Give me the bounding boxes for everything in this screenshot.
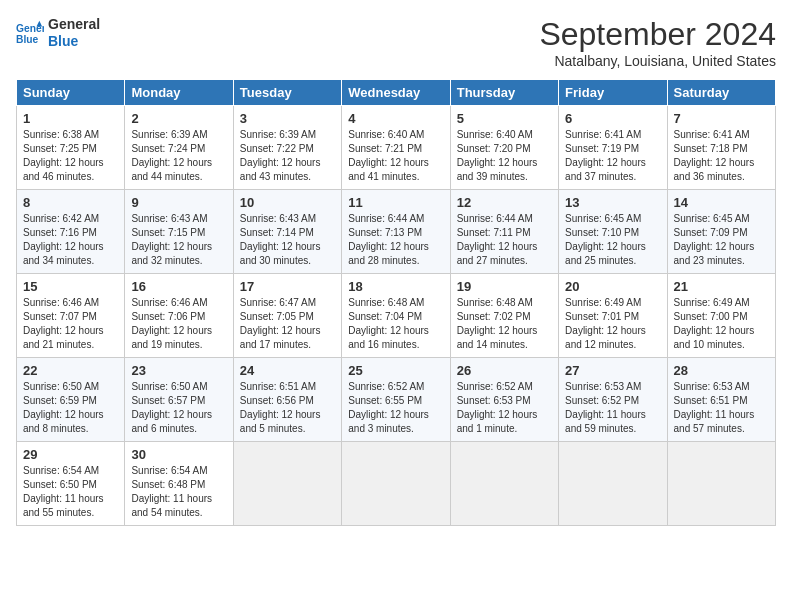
day-number: 24	[240, 363, 335, 378]
table-row	[667, 442, 775, 526]
table-row: 14 Sunrise: 6:45 AMSunset: 7:09 PMDaylig…	[667, 190, 775, 274]
day-info: Sunrise: 6:50 AMSunset: 6:59 PMDaylight:…	[23, 381, 104, 434]
day-info: Sunrise: 6:46 AMSunset: 7:07 PMDaylight:…	[23, 297, 104, 350]
table-row: 27 Sunrise: 6:53 AMSunset: 6:52 PMDaylig…	[559, 358, 667, 442]
calendar-week-row: 29 Sunrise: 6:54 AMSunset: 6:50 PMDaylig…	[17, 442, 776, 526]
table-row: 3 Sunrise: 6:39 AMSunset: 7:22 PMDayligh…	[233, 106, 341, 190]
table-row: 20 Sunrise: 6:49 AMSunset: 7:01 PMDaylig…	[559, 274, 667, 358]
day-number: 9	[131, 195, 226, 210]
logo: General Blue General Blue	[16, 16, 100, 50]
table-row: 26 Sunrise: 6:52 AMSunset: 6:53 PMDaylig…	[450, 358, 558, 442]
table-row	[450, 442, 558, 526]
col-thursday: Thursday	[450, 80, 558, 106]
day-info: Sunrise: 6:46 AMSunset: 7:06 PMDaylight:…	[131, 297, 212, 350]
table-row: 30 Sunrise: 6:54 AMSunset: 6:48 PMDaylig…	[125, 442, 233, 526]
col-tuesday: Tuesday	[233, 80, 341, 106]
day-number: 1	[23, 111, 118, 126]
day-info: Sunrise: 6:42 AMSunset: 7:16 PMDaylight:…	[23, 213, 104, 266]
day-info: Sunrise: 6:39 AMSunset: 7:24 PMDaylight:…	[131, 129, 212, 182]
table-row: 18 Sunrise: 6:48 AMSunset: 7:04 PMDaylig…	[342, 274, 450, 358]
day-number: 11	[348, 195, 443, 210]
table-row: 25 Sunrise: 6:52 AMSunset: 6:55 PMDaylig…	[342, 358, 450, 442]
day-info: Sunrise: 6:52 AMSunset: 6:55 PMDaylight:…	[348, 381, 429, 434]
day-info: Sunrise: 6:40 AMSunset: 7:20 PMDaylight:…	[457, 129, 538, 182]
day-number: 25	[348, 363, 443, 378]
day-number: 8	[23, 195, 118, 210]
logo-icon: General Blue	[16, 19, 44, 47]
table-row: 24 Sunrise: 6:51 AMSunset: 6:56 PMDaylig…	[233, 358, 341, 442]
col-wednesday: Wednesday	[342, 80, 450, 106]
day-number: 6	[565, 111, 660, 126]
location-subtitle: Natalbany, Louisiana, United States	[539, 53, 776, 69]
table-row: 10 Sunrise: 6:43 AMSunset: 7:14 PMDaylig…	[233, 190, 341, 274]
day-info: Sunrise: 6:39 AMSunset: 7:22 PMDaylight:…	[240, 129, 321, 182]
day-info: Sunrise: 6:50 AMSunset: 6:57 PMDaylight:…	[131, 381, 212, 434]
day-number: 20	[565, 279, 660, 294]
col-friday: Friday	[559, 80, 667, 106]
day-number: 5	[457, 111, 552, 126]
day-info: Sunrise: 6:45 AMSunset: 7:10 PMDaylight:…	[565, 213, 646, 266]
table-row: 7 Sunrise: 6:41 AMSunset: 7:18 PMDayligh…	[667, 106, 775, 190]
table-row: 13 Sunrise: 6:45 AMSunset: 7:10 PMDaylig…	[559, 190, 667, 274]
calendar-week-row: 15 Sunrise: 6:46 AMSunset: 7:07 PMDaylig…	[17, 274, 776, 358]
day-number: 30	[131, 447, 226, 462]
day-number: 4	[348, 111, 443, 126]
calendar-header-row: Sunday Monday Tuesday Wednesday Thursday…	[17, 80, 776, 106]
day-number: 14	[674, 195, 769, 210]
table-row	[559, 442, 667, 526]
day-info: Sunrise: 6:44 AMSunset: 7:13 PMDaylight:…	[348, 213, 429, 266]
table-row	[342, 442, 450, 526]
day-number: 3	[240, 111, 335, 126]
table-row: 19 Sunrise: 6:48 AMSunset: 7:02 PMDaylig…	[450, 274, 558, 358]
day-number: 16	[131, 279, 226, 294]
table-row: 6 Sunrise: 6:41 AMSunset: 7:19 PMDayligh…	[559, 106, 667, 190]
table-row: 16 Sunrise: 6:46 AMSunset: 7:06 PMDaylig…	[125, 274, 233, 358]
day-info: Sunrise: 6:40 AMSunset: 7:21 PMDaylight:…	[348, 129, 429, 182]
table-row: 2 Sunrise: 6:39 AMSunset: 7:24 PMDayligh…	[125, 106, 233, 190]
page-header: General Blue General Blue September 2024…	[16, 16, 776, 69]
table-row: 8 Sunrise: 6:42 AMSunset: 7:16 PMDayligh…	[17, 190, 125, 274]
day-number: 29	[23, 447, 118, 462]
col-saturday: Saturday	[667, 80, 775, 106]
day-info: Sunrise: 6:49 AMSunset: 7:01 PMDaylight:…	[565, 297, 646, 350]
day-info: Sunrise: 6:54 AMSunset: 6:48 PMDaylight:…	[131, 465, 212, 518]
day-info: Sunrise: 6:45 AMSunset: 7:09 PMDaylight:…	[674, 213, 755, 266]
day-number: 28	[674, 363, 769, 378]
day-number: 18	[348, 279, 443, 294]
day-number: 23	[131, 363, 226, 378]
day-info: Sunrise: 6:53 AMSunset: 6:51 PMDaylight:…	[674, 381, 755, 434]
table-row: 23 Sunrise: 6:50 AMSunset: 6:57 PMDaylig…	[125, 358, 233, 442]
calendar-week-row: 8 Sunrise: 6:42 AMSunset: 7:16 PMDayligh…	[17, 190, 776, 274]
col-monday: Monday	[125, 80, 233, 106]
table-row: 17 Sunrise: 6:47 AMSunset: 7:05 PMDaylig…	[233, 274, 341, 358]
col-sunday: Sunday	[17, 80, 125, 106]
month-title: September 2024	[539, 16, 776, 53]
day-number: 12	[457, 195, 552, 210]
day-number: 19	[457, 279, 552, 294]
table-row: 1 Sunrise: 6:38 AMSunset: 7:25 PMDayligh…	[17, 106, 125, 190]
day-number: 21	[674, 279, 769, 294]
day-number: 26	[457, 363, 552, 378]
table-row: 11 Sunrise: 6:44 AMSunset: 7:13 PMDaylig…	[342, 190, 450, 274]
day-number: 17	[240, 279, 335, 294]
table-row: 15 Sunrise: 6:46 AMSunset: 7:07 PMDaylig…	[17, 274, 125, 358]
table-row: 9 Sunrise: 6:43 AMSunset: 7:15 PMDayligh…	[125, 190, 233, 274]
table-row: 5 Sunrise: 6:40 AMSunset: 7:20 PMDayligh…	[450, 106, 558, 190]
day-info: Sunrise: 6:41 AMSunset: 7:18 PMDaylight:…	[674, 129, 755, 182]
day-info: Sunrise: 6:48 AMSunset: 7:02 PMDaylight:…	[457, 297, 538, 350]
day-info: Sunrise: 6:54 AMSunset: 6:50 PMDaylight:…	[23, 465, 104, 518]
day-info: Sunrise: 6:44 AMSunset: 7:11 PMDaylight:…	[457, 213, 538, 266]
day-number: 22	[23, 363, 118, 378]
day-info: Sunrise: 6:43 AMSunset: 7:14 PMDaylight:…	[240, 213, 321, 266]
table-row: 22 Sunrise: 6:50 AMSunset: 6:59 PMDaylig…	[17, 358, 125, 442]
day-info: Sunrise: 6:47 AMSunset: 7:05 PMDaylight:…	[240, 297, 321, 350]
day-info: Sunrise: 6:49 AMSunset: 7:00 PMDaylight:…	[674, 297, 755, 350]
day-info: Sunrise: 6:48 AMSunset: 7:04 PMDaylight:…	[348, 297, 429, 350]
day-number: 13	[565, 195, 660, 210]
table-row: 29 Sunrise: 6:54 AMSunset: 6:50 PMDaylig…	[17, 442, 125, 526]
day-number: 27	[565, 363, 660, 378]
day-info: Sunrise: 6:52 AMSunset: 6:53 PMDaylight:…	[457, 381, 538, 434]
logo-general: General	[48, 16, 100, 32]
calendar-week-row: 1 Sunrise: 6:38 AMSunset: 7:25 PMDayligh…	[17, 106, 776, 190]
day-info: Sunrise: 6:51 AMSunset: 6:56 PMDaylight:…	[240, 381, 321, 434]
